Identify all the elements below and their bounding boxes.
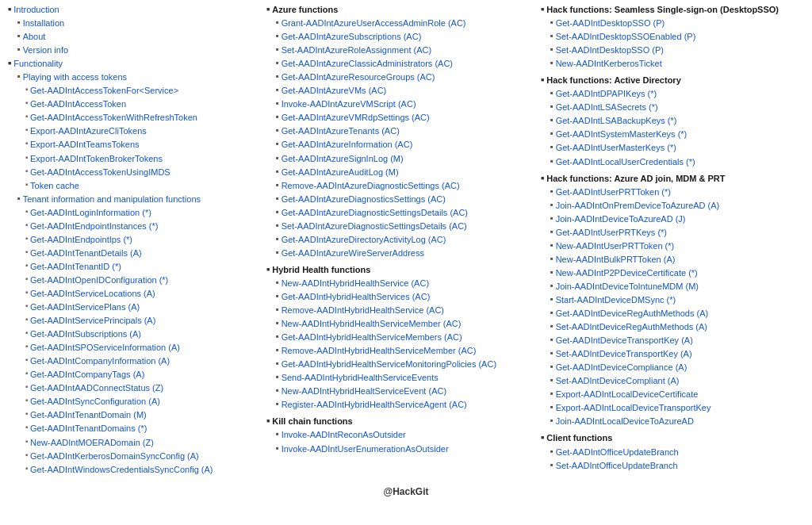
ti-link-11[interactable]: Get-AADIntSPOServiceInformation (A)	[30, 341, 180, 354]
hh-link-5[interactable]: Get-AADIntHybridHealthServiceMembers (AC…	[282, 331, 462, 344]
az-link-9[interactable]: Get-AADIntAzureTenants (AC)	[282, 125, 400, 138]
dso-link-4[interactable]: New-AADIntKerberosTicket	[556, 57, 662, 71]
ad-link-2[interactable]: Get-AADIntLSASecrets (*)	[556, 101, 658, 114]
playing-with-tokens-link[interactable]: Playing with access tokens	[23, 71, 127, 84]
az-link-18[interactable]: Get-AADIntAzureWireServerAddress	[282, 247, 424, 260]
ti-link-5[interactable]: Get-AADIntTenantID (*)	[30, 260, 121, 274]
hh-link-10[interactable]: Register-AADIntHybridHealthServiceAgent …	[282, 398, 467, 412]
ad-link-4[interactable]: Get-AADIntSystemMasterKeys (*)	[556, 128, 688, 141]
ad-link-6[interactable]: Get-AADIntLocalUserCredentials (*)	[556, 155, 695, 169]
prt-link-1[interactable]: Get-AADIntUserPRTToken (*)	[556, 186, 671, 199]
ti-link-10[interactable]: Get-AADIntSubscriptions (A)	[30, 328, 141, 341]
ti-link-1[interactable]: Get-AADIntLoginInformation (*)	[30, 206, 151, 220]
token-link-6[interactable]: Export-AADIntTokenBrokerTokens	[30, 152, 163, 166]
prt-link-14[interactable]: Get-AADIntDeviceCompliance (A)	[556, 361, 688, 374]
az-link-14[interactable]: Get-AADIntAzureDiagnosticsSettings (AC)	[282, 193, 446, 206]
prt-link-3[interactable]: Join-AADIntDeviceToAzureAD (J)	[556, 213, 686, 226]
hh-link-7[interactable]: Get-AADIntHybridHealthServiceMonitoringP…	[282, 358, 496, 371]
installation-link[interactable]: Installation	[23, 17, 65, 30]
hybrid-title: Hybrid Health functions	[272, 263, 370, 277]
token-link-7[interactable]: Get-AADIntAccessTokenUsingIMDS	[30, 166, 170, 179]
ti-link-17[interactable]: Get-AADIntTenantDomains (*)	[30, 422, 147, 435]
az-link-6[interactable]: Get-AADIntAzureVMs (AC)	[282, 84, 387, 98]
cf-link-2[interactable]: Set-AADIntOfficeUpdateBranch	[556, 459, 678, 473]
ti-link-6[interactable]: Get-AADIntOpenIDConfiguration (*)	[30, 274, 168, 287]
prt-link-8[interactable]: Join-AADIntDeviceToIntuneMDM (M)	[556, 280, 699, 293]
prt-link-16[interactable]: Export-AADIntLocalDeviceCertificate	[556, 388, 699, 401]
hh-link-8[interactable]: Send-AADIntHybridHealthServiceEvents	[282, 371, 439, 385]
az-link-2[interactable]: Get-AADIntAzureSubscriptions (AC)	[282, 30, 422, 44]
prt-link-5[interactable]: New-AADIntUserPRTToken (*)	[556, 240, 675, 253]
az-link-3[interactable]: Set-AADIntAzureRoleAssignment (AC)	[282, 44, 432, 57]
introduction-link[interactable]: Introduction	[13, 3, 59, 17]
az-link-7[interactable]: Invoke-AADIntAzureVMScript (AC)	[282, 98, 416, 111]
ti-link-19[interactable]: Get-AADIntKerberosDomainSyncConfig (A)	[30, 450, 199, 463]
hh-link-4[interactable]: New-AADIntHybridHealthServiceMember (AC)	[282, 317, 462, 331]
desktopsso-title: Hack functions: Seamless Single-sign-on …	[546, 3, 779, 17]
ti-link-2[interactable]: Get-AADIntEndpointInstances (*)	[30, 220, 158, 233]
kc-link-1[interactable]: Invoke-AADIntReconAsOutsider	[282, 428, 406, 442]
ti-link-15[interactable]: Get-AADIntSyncConfiguration (A)	[30, 395, 160, 408]
ti-link-7[interactable]: Get-AADIntServiceLocations (A)	[30, 287, 155, 301]
kc-link-2[interactable]: Invoke-AADIntUserEnumerationAsOutsider	[282, 443, 449, 456]
ti-12: Get-AADIntCompanyInformation (A)	[8, 354, 255, 368]
az-link-4[interactable]: Get-AADIntAzureClassicAdministrators (AC…	[282, 57, 453, 71]
ti-link-18[interactable]: New-AADIntMOERADomain (Z)	[30, 436, 154, 450]
dso-link-1[interactable]: Get-AADIntDesktopSSO (P)	[556, 17, 665, 30]
ti-link-16[interactable]: Get-AADIntTenantDomain (M)	[30, 408, 147, 422]
ti-link-8[interactable]: Get-AADIntServicePlans (A)	[30, 301, 140, 314]
prt-link-11[interactable]: Set-AADIntDeviceRegAuthMethods (A)	[556, 320, 707, 334]
ti-link-4[interactable]: Get-AADIntTenantDetails (A)	[30, 247, 142, 260]
dso-link-3[interactable]: Set-AADIntDesktopSSO (P)	[556, 44, 664, 57]
hh-link-9[interactable]: New-AADIntHybridHealtServiceEvent (AC)	[282, 385, 446, 398]
prt-link-7[interactable]: New-AADIntP2PDeviceCertificate (*)	[556, 266, 698, 280]
az-link-17[interactable]: Get-AADIntAzureDirectoryActivityLog (AC)	[282, 233, 446, 247]
client-title: Client functions	[546, 431, 612, 445]
token-link-2[interactable]: Get-AADIntAccessToken	[30, 98, 126, 111]
ti-link-9[interactable]: Get-AADIntServicePrincipals (A)	[30, 314, 155, 328]
az-link-1[interactable]: Grant-AADIntAzureUserAccessAdminRole (AC…	[282, 17, 466, 30]
ti-link-13[interactable]: Get-AADIntCompanyTags (A)	[30, 368, 144, 381]
az-link-8[interactable]: Get-AADIntAzureVMRdpSettings (AC)	[282, 111, 430, 125]
prt-link-18[interactable]: Join-AADIntLocalDeviceToAzureAD	[556, 415, 694, 428]
hh-link-1[interactable]: New-AADIntHybridHealthService (AC)	[282, 277, 429, 290]
hh-link-3[interactable]: Remove-AADIntHybridHealthService (AC)	[282, 304, 444, 317]
ti-link-14[interactable]: Get-AADIntAADConnectStatus (Z)	[30, 381, 163, 395]
token-link-3[interactable]: Get-AADIntAccessTokenWithRefreshToken	[30, 111, 197, 125]
token-link-1[interactable]: Get-AADIntAccessTokenFor<Service>	[30, 84, 178, 98]
token-link-5[interactable]: Export-AADIntTeamsTokens	[30, 138, 140, 151]
ti-link-20[interactable]: Get-AADIntWindowsCredentialsSyncConfig (…	[30, 463, 213, 477]
token-link-8[interactable]: Token cache	[30, 179, 79, 193]
about-link[interactable]: About	[23, 30, 46, 44]
prt-link-9[interactable]: Start-AADIntDeviceDMSync (*)	[556, 293, 676, 307]
az-link-5[interactable]: Get-AADIntAzureResourceGroups (AC)	[282, 71, 435, 84]
prt-link-4[interactable]: Get-AADIntUserPRTKeys (*)	[556, 226, 667, 240]
prt-link-12[interactable]: Get-AADIntDeviceTransportKey (A)	[556, 334, 693, 347]
functionality-link[interactable]: Functionality	[13, 57, 63, 71]
version-info-link[interactable]: Version info	[23, 44, 68, 57]
hh-link-2[interactable]: Get-AADIntHybridHealthServices (AC)	[282, 290, 431, 304]
ad-link-1[interactable]: Get-AADIntDPAPIKeys (*)	[556, 87, 657, 101]
az-link-11[interactable]: Get-AADIntAzureSignInLog (M)	[282, 152, 404, 166]
az-link-13[interactable]: Remove-AADIntAzureDiagnosticSettings (AC…	[282, 179, 460, 193]
token-link-4[interactable]: Export-AADIntAzureCliTokens	[30, 125, 147, 138]
tenant-info-link[interactable]: Tenant information and manipulation func…	[23, 193, 201, 206]
ti-link-12[interactable]: Get-AADIntCompanyInformation (A)	[30, 354, 170, 368]
ad-link-5[interactable]: Get-AADIntUserMasterKeys (*)	[556, 141, 676, 155]
az-10: Get-AADIntAzureInformation (AC)	[266, 138, 530, 151]
az-link-15[interactable]: Get-AADIntAzureDiagnosticSettingsDetails…	[282, 206, 468, 220]
prt-link-17[interactable]: Export-AADIntLocalDeviceTransportKey	[556, 401, 711, 415]
hh-link-6[interactable]: Remove-AADIntHybridHealthServiceMember (…	[282, 344, 477, 358]
az-link-16[interactable]: Set-AADIntAzureDiagnosticSettingsDetails…	[282, 220, 467, 233]
prt-link-10[interactable]: Get-AADIntDeviceRegAuthMethods (A)	[556, 307, 709, 320]
az-link-12[interactable]: Get-AADIntAzureAuditLog (M)	[282, 166, 399, 179]
az-link-10[interactable]: Get-AADIntAzureInformation (AC)	[282, 138, 413, 151]
ti-link-3[interactable]: Get-AADIntEndpointIps (*)	[30, 233, 132, 247]
prt-link-15[interactable]: Set-AADIntDeviceCompliant (A)	[556, 374, 680, 388]
cf-link-1[interactable]: Get-AADIntOfficeUpdateBranch	[556, 446, 679, 459]
ad-link-3[interactable]: Get-AADIntLSABackupKeys (*)	[556, 114, 677, 128]
dso-link-2[interactable]: Set-AADIntDesktopSSOEnabled (P)	[556, 30, 696, 44]
prt-link-2[interactable]: Join-AADIntOnPremDeviceToAzureAD (A)	[556, 199, 720, 213]
prt-link-6[interactable]: New-AADIntBulkPRTToken (A)	[556, 253, 676, 266]
prt-link-13[interactable]: Set-AADIntDeviceTransportKey (A)	[556, 347, 692, 361]
